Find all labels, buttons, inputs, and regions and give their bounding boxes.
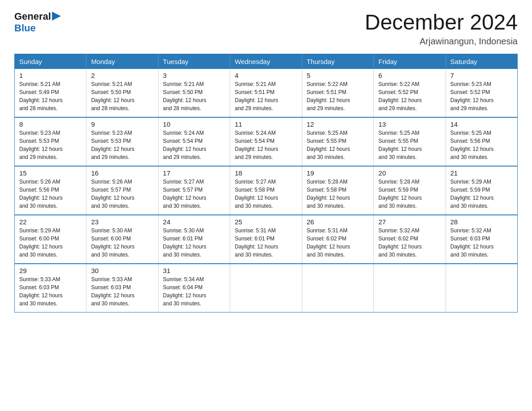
- calendar-week-row: 15Sunrise: 5:26 AMSunset: 5:56 PMDayligh…: [15, 166, 518, 215]
- calendar-cell: 19Sunrise: 5:28 AMSunset: 5:58 PMDayligh…: [302, 166, 373, 215]
- day-number: 26: [307, 218, 369, 226]
- calendar-cell: 10Sunrise: 5:24 AMSunset: 5:54 PMDayligh…: [158, 117, 230, 166]
- calendar-cell: 31Sunrise: 5:34 AMSunset: 6:04 PMDayligh…: [158, 264, 230, 313]
- day-number: 13: [378, 120, 441, 128]
- day-number: 3: [163, 72, 225, 79]
- day-info: Sunrise: 5:29 AMSunset: 5:59 PMDaylight:…: [450, 178, 513, 210]
- day-info: Sunrise: 5:22 AMSunset: 5:51 PMDaylight:…: [307, 80, 369, 112]
- day-number: 6: [378, 72, 441, 79]
- day-number: 8: [19, 120, 82, 128]
- calendar-cell: [446, 264, 517, 313]
- day-number: 18: [235, 169, 297, 177]
- day-info: Sunrise: 5:23 AMSunset: 5:53 PMDaylight:…: [91, 129, 153, 161]
- day-number: 1: [19, 72, 82, 79]
- logo: General Blue: [14, 11, 61, 34]
- header-tuesday: Tuesday: [158, 54, 230, 69]
- day-number: 24: [163, 218, 225, 226]
- day-number: 7: [450, 72, 513, 79]
- day-info: Sunrise: 5:31 AMSunset: 6:01 PMDaylight:…: [235, 227, 297, 259]
- calendar-cell: 16Sunrise: 5:26 AMSunset: 5:57 PMDayligh…: [86, 166, 158, 215]
- header-friday: Friday: [374, 54, 446, 69]
- calendar-cell: 11Sunrise: 5:24 AMSunset: 5:54 PMDayligh…: [230, 117, 302, 166]
- day-number: 22: [19, 218, 82, 226]
- day-info: Sunrise: 5:23 AMSunset: 5:52 PMDaylight:…: [450, 80, 513, 112]
- calendar-cell: 13Sunrise: 5:25 AMSunset: 5:55 PMDayligh…: [374, 117, 446, 166]
- calendar-cell: 21Sunrise: 5:29 AMSunset: 5:59 PMDayligh…: [446, 166, 517, 215]
- day-info: Sunrise: 5:21 AMSunset: 5:50 PMDaylight:…: [163, 80, 225, 112]
- day-info: Sunrise: 5:21 AMSunset: 5:51 PMDaylight:…: [235, 80, 297, 112]
- page-header: General Blue December 2024 Arjawinangun,…: [14, 11, 518, 47]
- day-number: 25: [235, 218, 297, 226]
- logo-text-blue: Blue: [14, 22, 36, 34]
- day-info: Sunrise: 5:21 AMSunset: 5:49 PMDaylight:…: [19, 80, 82, 112]
- svg-marker-0: [52, 12, 61, 21]
- calendar-week-row: 22Sunrise: 5:29 AMSunset: 6:00 PMDayligh…: [15, 215, 518, 264]
- calendar-cell: 30Sunrise: 5:33 AMSunset: 6:03 PMDayligh…: [86, 264, 158, 313]
- header-monday: Monday: [86, 54, 158, 69]
- day-info: Sunrise: 5:28 AMSunset: 5:59 PMDaylight:…: [378, 178, 441, 210]
- day-info: Sunrise: 5:22 AMSunset: 5:52 PMDaylight:…: [378, 80, 441, 112]
- day-info: Sunrise: 5:30 AMSunset: 6:01 PMDaylight:…: [163, 227, 225, 259]
- day-number: 9: [91, 120, 153, 128]
- day-info: Sunrise: 5:30 AMSunset: 6:00 PMDaylight:…: [91, 227, 153, 259]
- day-number: 2: [91, 72, 153, 79]
- calendar-cell: 23Sunrise: 5:30 AMSunset: 6:00 PMDayligh…: [86, 215, 158, 264]
- day-info: Sunrise: 5:24 AMSunset: 5:54 PMDaylight:…: [163, 129, 225, 161]
- calendar-cell: 17Sunrise: 5:27 AMSunset: 5:57 PMDayligh…: [158, 166, 230, 215]
- header-thursday: Thursday: [302, 54, 373, 69]
- day-number: 15: [19, 169, 82, 177]
- calendar-cell: 5Sunrise: 5:22 AMSunset: 5:51 PMDaylight…: [302, 69, 373, 117]
- day-info: Sunrise: 5:29 AMSunset: 6:00 PMDaylight:…: [19, 227, 82, 259]
- day-number: 17: [163, 169, 225, 177]
- day-number: 4: [235, 72, 297, 79]
- day-info: Sunrise: 5:28 AMSunset: 5:58 PMDaylight:…: [307, 178, 369, 210]
- calendar-cell: 7Sunrise: 5:23 AMSunset: 5:52 PMDaylight…: [446, 69, 517, 117]
- calendar-cell: 8Sunrise: 5:23 AMSunset: 5:53 PMDaylight…: [15, 117, 86, 166]
- header-sunday: Sunday: [15, 54, 86, 69]
- calendar-cell: [230, 264, 302, 313]
- calendar-cell: 12Sunrise: 5:25 AMSunset: 5:55 PMDayligh…: [302, 117, 373, 166]
- day-info: Sunrise: 5:26 AMSunset: 5:57 PMDaylight:…: [91, 178, 153, 210]
- calendar-cell: 26Sunrise: 5:31 AMSunset: 6:02 PMDayligh…: [302, 215, 373, 264]
- header-saturday: Saturday: [446, 54, 517, 69]
- day-info: Sunrise: 5:27 AMSunset: 5:57 PMDaylight:…: [163, 178, 225, 210]
- day-number: 29: [19, 267, 82, 274]
- calendar-cell: 22Sunrise: 5:29 AMSunset: 6:00 PMDayligh…: [15, 215, 86, 264]
- calendar-cell: 2Sunrise: 5:21 AMSunset: 5:50 PMDaylight…: [86, 69, 158, 117]
- calendar-cell: 14Sunrise: 5:25 AMSunset: 5:56 PMDayligh…: [446, 117, 517, 166]
- day-info: Sunrise: 5:21 AMSunset: 5:50 PMDaylight:…: [91, 80, 153, 112]
- calendar-table: SundayMondayTuesdayWednesdayThursdayFrid…: [14, 54, 518, 313]
- day-info: Sunrise: 5:27 AMSunset: 5:58 PMDaylight:…: [235, 178, 297, 210]
- day-number: 31: [163, 267, 225, 274]
- calendar-week-row: 1Sunrise: 5:21 AMSunset: 5:49 PMDaylight…: [15, 69, 518, 117]
- day-info: Sunrise: 5:23 AMSunset: 5:53 PMDaylight:…: [19, 129, 82, 161]
- day-number: 30: [91, 267, 153, 274]
- day-number: 23: [91, 218, 153, 226]
- calendar-cell: [374, 264, 446, 313]
- day-number: 11: [235, 120, 297, 128]
- day-info: Sunrise: 5:31 AMSunset: 6:02 PMDaylight:…: [307, 227, 369, 259]
- calendar-cell: 27Sunrise: 5:32 AMSunset: 6:02 PMDayligh…: [374, 215, 446, 264]
- calendar-cell: 29Sunrise: 5:33 AMSunset: 6:03 PMDayligh…: [15, 264, 86, 313]
- day-number: 21: [450, 169, 513, 177]
- calendar-cell: 20Sunrise: 5:28 AMSunset: 5:59 PMDayligh…: [374, 166, 446, 215]
- day-info: Sunrise: 5:33 AMSunset: 6:03 PMDaylight:…: [91, 275, 153, 308]
- logo-triangle-icon: [52, 12, 61, 21]
- day-number: 12: [307, 120, 369, 128]
- title-section: December 2024 Arjawinangun, Indonesia: [365, 11, 518, 47]
- day-info: Sunrise: 5:32 AMSunset: 6:02 PMDaylight:…: [378, 227, 441, 259]
- calendar-cell: 15Sunrise: 5:26 AMSunset: 5:56 PMDayligh…: [15, 166, 86, 215]
- day-info: Sunrise: 5:25 AMSunset: 5:55 PMDaylight:…: [378, 129, 441, 161]
- location: Arjawinangun, Indonesia: [365, 36, 518, 47]
- day-number: 19: [307, 169, 369, 177]
- day-number: 27: [378, 218, 441, 226]
- calendar-cell: 18Sunrise: 5:27 AMSunset: 5:58 PMDayligh…: [230, 166, 302, 215]
- calendar-cell: 4Sunrise: 5:21 AMSunset: 5:51 PMDaylight…: [230, 69, 302, 117]
- month-title: December 2024: [365, 11, 518, 34]
- calendar-cell: 1Sunrise: 5:21 AMSunset: 5:49 PMDaylight…: [15, 69, 86, 117]
- day-number: 14: [450, 120, 513, 128]
- calendar-header-row: SundayMondayTuesdayWednesdayThursdayFrid…: [15, 54, 518, 69]
- calendar-cell: 28Sunrise: 5:32 AMSunset: 6:03 PMDayligh…: [446, 215, 517, 264]
- calendar-cell: 24Sunrise: 5:30 AMSunset: 6:01 PMDayligh…: [158, 215, 230, 264]
- day-info: Sunrise: 5:33 AMSunset: 6:03 PMDaylight:…: [19, 275, 82, 308]
